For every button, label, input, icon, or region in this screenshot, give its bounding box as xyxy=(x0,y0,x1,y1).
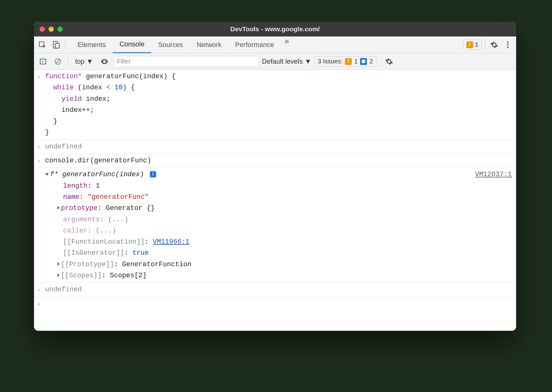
return-chevron-icon: ‹ xyxy=(37,284,45,295)
gutter xyxy=(37,169,45,281)
tab-performance-label: Performance xyxy=(235,41,274,49)
tab-elements[interactable]: Elements xyxy=(71,36,113,53)
warning-count: 1 xyxy=(475,41,478,48)
svg-point-9 xyxy=(104,61,105,62)
tab-console[interactable]: Console xyxy=(113,36,151,53)
tab-elements-label: Elements xyxy=(78,41,106,49)
svg-point-3 xyxy=(507,41,509,43)
vm-link[interactable]: VM11966:1 xyxy=(153,238,189,246)
kebab-menu-icon[interactable] xyxy=(502,39,514,51)
live-expression-icon[interactable] xyxy=(99,56,110,67)
console-return-row: ‹ undefined xyxy=(34,140,516,154)
chevron-down-icon: ▼ xyxy=(304,58,311,66)
console-input-row[interactable]: › console.dir(generatorFunc) xyxy=(34,154,516,168)
window-controls xyxy=(40,27,63,32)
property-row[interactable]: name: "generatorFunc" xyxy=(45,192,512,203)
separator xyxy=(485,40,485,49)
toggle-sidebar-icon[interactable] xyxy=(37,56,49,67)
code-line: console.dir(generatorFunc) xyxy=(45,155,512,166)
svg-rect-2 xyxy=(55,43,59,48)
tab-sources[interactable]: Sources xyxy=(151,36,190,53)
tab-performance[interactable]: Performance xyxy=(228,36,281,53)
warning-icon: ! xyxy=(345,58,352,65)
input-chevron-icon: › xyxy=(37,71,45,138)
settings-icon[interactable] xyxy=(488,39,500,51)
issues-info-count: 2 xyxy=(369,58,373,65)
tab-network-label: Network xyxy=(197,41,222,49)
triangle-right-icon xyxy=(57,273,60,277)
return-value: undefined xyxy=(45,141,512,152)
chevron-down-icon: ▼ xyxy=(87,58,93,66)
console-prompt[interactable]: › xyxy=(34,297,516,310)
return-value: undefined xyxy=(45,284,512,295)
property-row[interactable]: prototype: Generator {} xyxy=(45,203,512,214)
triangle-down-icon xyxy=(45,173,49,176)
input-chevron-icon: › xyxy=(37,298,45,309)
main-toolbar: Elements Console Sources Network Perform… xyxy=(34,36,516,53)
tab-sources-label: Sources xyxy=(158,41,183,49)
property-row[interactable]: [[FunctionLocation]]: VM11966:1 xyxy=(45,236,512,248)
info-icon xyxy=(360,58,367,65)
property-row[interactable]: [[Scopes]]: Scopes[2] xyxy=(45,270,512,281)
console-dir-output[interactable]: VM12037:1 f* generatorFunc(index) i leng… xyxy=(34,168,516,283)
issues-warn-count: 1 xyxy=(354,58,358,65)
separator xyxy=(68,57,68,66)
minimize-window-button[interactable] xyxy=(49,27,54,32)
issues-label: 3 Issues: xyxy=(318,58,342,65)
property-row[interactable]: [[Prototype]]: GeneratorFunction xyxy=(45,259,512,270)
info-icon[interactable]: i xyxy=(150,171,156,177)
object-header[interactable]: f* generatorFunc(index) i xyxy=(45,169,512,180)
log-level-selector[interactable]: Default levels ▼ xyxy=(262,58,311,66)
triangle-right-icon xyxy=(57,262,60,266)
property-row[interactable]: caller: (...) xyxy=(45,225,512,236)
device-toolbar-icon[interactable] xyxy=(50,39,62,51)
issues-button[interactable]: 3 Issues: ! 1 2 xyxy=(314,56,376,67)
separator xyxy=(65,40,65,49)
zoom-window-button[interactable] xyxy=(57,27,63,32)
more-tabs-button[interactable]: » xyxy=(281,36,293,53)
property-row[interactable]: length: 1 xyxy=(45,181,512,192)
warnings-badge[interactable]: ! 1 xyxy=(463,40,482,50)
context-label: top xyxy=(75,58,85,66)
input-chevron-icon: › xyxy=(37,155,45,166)
log-level-label: Default levels xyxy=(262,58,303,66)
prompt-input[interactable] xyxy=(45,298,512,309)
property-row[interactable]: arguments: (...) xyxy=(45,214,512,225)
warning-icon: ! xyxy=(466,41,473,48)
devtools-window: DevTools - www.google.com/ Elements Cons… xyxy=(34,22,516,331)
inspect-element-icon[interactable] xyxy=(36,39,48,51)
console-settings-icon[interactable] xyxy=(383,56,395,67)
window-title: DevTools - www.google.com/ xyxy=(34,25,516,33)
tab-console-label: Console xyxy=(120,40,145,48)
console-input-row[interactable]: › function* generatorFunc(index) { while… xyxy=(34,70,516,140)
console-return-row: ‹ undefined xyxy=(34,283,516,296)
tab-network[interactable]: Network xyxy=(190,36,228,53)
svg-line-8 xyxy=(56,59,60,64)
console-toolbar: top ▼ Default levels ▼ 3 Issues: ! 1 2 xyxy=(34,53,516,70)
svg-point-5 xyxy=(507,46,509,48)
code-block: function* generatorFunc(index) { while (… xyxy=(45,71,512,138)
filter-input[interactable] xyxy=(113,56,259,67)
svg-point-4 xyxy=(507,44,509,45)
source-link[interactable]: VM12037:1 xyxy=(475,169,512,180)
titlebar: DevTools - www.google.com/ xyxy=(34,22,516,36)
context-selector[interactable]: top ▼ xyxy=(73,58,96,66)
close-window-button[interactable] xyxy=(40,27,45,32)
clear-console-icon[interactable] xyxy=(52,56,64,67)
return-chevron-icon: ‹ xyxy=(37,141,45,152)
panel-tabs: Elements Console Sources Network Perform… xyxy=(71,36,293,53)
property-row[interactable]: [[IsGenerator]]: true xyxy=(45,248,512,259)
console-output: › function* generatorFunc(index) { while… xyxy=(34,70,516,310)
triangle-right-icon xyxy=(57,206,60,210)
object-tree: VM12037:1 f* generatorFunc(index) i leng… xyxy=(45,169,512,281)
